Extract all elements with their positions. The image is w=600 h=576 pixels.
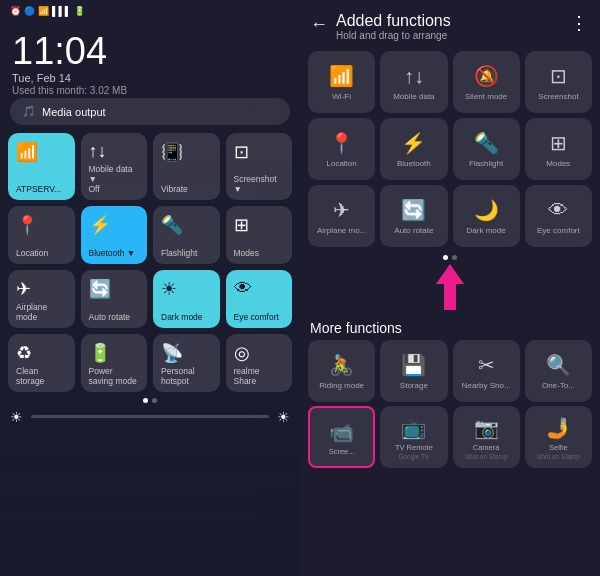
tile-eyecomfort[interactable]: 👁 Eye comfort (226, 270, 293, 328)
tile-modes[interactable]: ⊞ Modes (226, 206, 293, 264)
r-dot-2 (452, 255, 457, 260)
r-tile-silent[interactable]: 🔕 Silent mode (453, 51, 520, 113)
r-tile-eyecomfort[interactable]: 👁 Eye comfort (525, 185, 592, 247)
tile-vibrate[interactable]: 📳 Vibrate (153, 133, 220, 200)
tile-autorotate[interactable]: 🔄 Auto rotate (81, 270, 148, 328)
r-airplane-icon: ✈ (333, 198, 350, 222)
status-icons: ⏰ 🔵 📶 ▌▌▌ 🔋 (10, 6, 85, 16)
tile-cleanstorage[interactable]: ♻ Clean storage (8, 334, 75, 392)
status-bar: ⏰ 🔵 📶 ▌▌▌ 🔋 (0, 0, 300, 18)
tile-powersaving[interactable]: 🔋 Power saving mode (81, 334, 148, 392)
r-tile-flashlight[interactable]: 🔦 Flashlight (453, 118, 520, 180)
r-tile-bluetooth[interactable]: ⚡ Bluetooth (380, 118, 447, 180)
usage-display: Used this month: 3.02 MB (12, 85, 288, 96)
r-tile-storage[interactable]: 💾 Storage (380, 340, 447, 402)
rotate-tile-icon: 🔄 (89, 278, 111, 300)
r-location-icon: 📍 (329, 131, 354, 155)
screenshot-tile-icon: ⊡ (234, 141, 249, 163)
media-icon: 🎵 (22, 105, 36, 118)
r-screenrecord-icon: 📹 (329, 420, 354, 444)
media-output-label: Media output (42, 106, 106, 118)
pink-up-arrow (434, 262, 466, 312)
tile-bluetooth[interactable]: ⚡ Bluetooth ▼ (81, 206, 148, 264)
svg-marker-0 (436, 264, 464, 310)
data-tile-icon: ↑↓ (89, 141, 107, 162)
flashlight-tile-icon: 🔦 (161, 214, 183, 236)
r-tile-onetap[interactable]: 🔍 One-To... (525, 340, 592, 402)
r-screenshot-icon: ⊡ (550, 64, 567, 88)
tile-screenshot[interactable]: ⊡ Screenshot ▼ (226, 133, 293, 200)
more-functions-grid: 🚴 Riding mode 💾 Storage ✂ Nearby Sho... … (300, 340, 600, 402)
r-tile-location[interactable]: 📍 Location (308, 118, 375, 180)
wifi-status-icon: 📶 (38, 6, 49, 16)
tile-flashlight[interactable]: 🔦 Flashlight (153, 206, 220, 264)
r-onetap-icon: 🔍 (546, 353, 571, 377)
r-dot-1 (443, 255, 448, 260)
brightness-control: ☀ ☀ (0, 407, 300, 427)
share-tile-icon: ◎ (234, 342, 250, 364)
r-rotate-icon: 🔄 (401, 198, 426, 222)
tile-mobile-data[interactable]: ↑↓ Mobile data ▼Off (81, 133, 148, 200)
back-button[interactable]: ← (310, 14, 328, 35)
hotspot-tile-icon: 📡 (161, 342, 183, 364)
r-tile-airplane[interactable]: ✈ Airplane mo... (308, 185, 375, 247)
r-tile-tvremote[interactable]: 📺 TV Remote Google TV (380, 406, 447, 468)
r-tile-nearby[interactable]: ✂ Nearby Sho... (453, 340, 520, 402)
dot-1 (143, 398, 148, 403)
tile-hotspot[interactable]: 📡 Personal hotspot (153, 334, 220, 392)
location-tile-icon: 📍 (16, 214, 38, 236)
r-modes-icon: ⊞ (550, 131, 567, 155)
tile-wifi[interactable]: 📶 ATPSERV... (8, 133, 75, 200)
r-data-icon: ↑↓ (404, 65, 424, 88)
r-tile-darkmode[interactable]: 🌙 Dark mode (453, 185, 520, 247)
time-display: 11:04 (12, 32, 288, 70)
r-tile-mobiledata[interactable]: ↑↓ Mobile data (380, 51, 447, 113)
r-dark-icon: 🌙 (474, 198, 499, 222)
header-text: Added functions Hold and drag to arrange (336, 12, 570, 41)
header-title: Added functions (336, 12, 570, 30)
r-selfie-icon: 🤳 (546, 416, 571, 440)
header-subtitle: Hold and drag to arrange (336, 30, 570, 41)
tile-location[interactable]: 📍 Location (8, 206, 75, 264)
media-output-button[interactable]: 🎵 Media output (10, 98, 290, 125)
clean-tile-icon: ♻ (16, 342, 32, 364)
r-tv-icon: 📺 (401, 416, 426, 440)
alarm-icon: ⏰ (10, 6, 21, 16)
r-flashlight-icon: 🔦 (474, 131, 499, 155)
right-header: ← Added functions Hold and drag to arran… (300, 0, 600, 47)
bottom-tiles-grid: 📹 Scree... 📺 TV Remote Google TV 📷 Camer… (300, 402, 600, 468)
r-tile-riding[interactable]: 🚴 Riding mode (308, 340, 375, 402)
r-tile-autorotate[interactable]: 🔄 Auto rotate (380, 185, 447, 247)
battery-icon: 🔋 (74, 6, 85, 16)
tile-realmeshare[interactable]: ◎ realme Share (226, 334, 293, 392)
dot-2 (152, 398, 157, 403)
arrow-container (300, 262, 600, 312)
r-tile-selfie[interactable]: 🤳 Selfie Shot on Stamp (525, 406, 592, 468)
brightness-high-icon: ☀ (277, 409, 290, 425)
right-panel: ← Added functions Hold and drag to arran… (300, 0, 600, 576)
r-tile-wifi[interactable]: 📶 Wi-Fi (308, 51, 375, 113)
modes-tile-icon: ⊞ (234, 214, 249, 236)
more-functions-title: More functions (300, 314, 600, 340)
bluetooth-tile-icon: ⚡ (89, 214, 111, 236)
r-tile-modes[interactable]: ⊞ Modes (525, 118, 592, 180)
r-storage-icon: 💾 (401, 353, 426, 377)
r-wifi-icon: 📶 (329, 64, 354, 88)
r-tile-screenshot[interactable]: ⊡ Screenshot (525, 51, 592, 113)
battery-tile-icon: 🔋 (89, 342, 111, 364)
dark-tile-icon: ☀ (161, 278, 177, 300)
r-tile-camera[interactable]: 📷 Camera Shot on Stamp (453, 406, 520, 468)
left-panel: ⏰ 🔵 📶 ▌▌▌ 🔋 👤 ✏️ ⚙ 11:04 Tue, Feb 14 Use… (0, 0, 300, 576)
airplane-tile-icon: ✈ (16, 278, 31, 300)
tile-darkmode[interactable]: ☀ Dark mode (153, 270, 220, 328)
tile-airplane[interactable]: ✈ Airplane mode (8, 270, 75, 328)
r-tile-screenrecord[interactable]: 📹 Scree... (308, 406, 375, 468)
vibrate-tile-icon: 📳 (161, 141, 183, 163)
more-options-button[interactable]: ⋮ (570, 12, 588, 34)
brightness-slider[interactable] (31, 415, 269, 418)
right-page-indicator (300, 255, 600, 260)
added-functions-grid: 📶 Wi-Fi ↑↓ Mobile data 🔕 Silent mode ⊡ S… (300, 47, 600, 251)
r-riding-icon: 🚴 (329, 353, 354, 377)
eye-tile-icon: 👁 (234, 278, 252, 299)
wifi-tile-icon: 📶 (16, 141, 38, 163)
